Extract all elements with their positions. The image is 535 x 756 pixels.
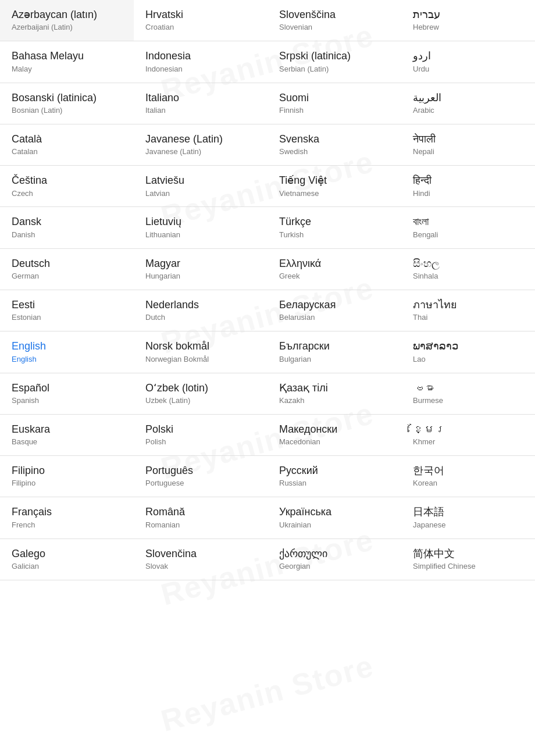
language-native-name: বাংলা: [413, 215, 526, 229]
language-english-name: Galician: [12, 562, 124, 572]
language-item[interactable]: SlovenčinaSlovak: [134, 539, 268, 580]
language-native-name: Deutsch: [12, 257, 124, 270]
language-native-name: Español: [12, 381, 124, 395]
language-english-name: Slovenian: [279, 23, 392, 33]
language-native-name: Қазақ тілі: [279, 381, 392, 395]
language-english-name: Javanese (Latin): [145, 147, 258, 157]
language-native-name: ภาษาไทย: [413, 298, 526, 312]
language-item[interactable]: ภาษาไทยThai: [401, 290, 535, 331]
language-english-name: Khmer: [413, 437, 526, 447]
language-item[interactable]: Norsk bokmålNorwegian Bokmål: [134, 331, 268, 373]
language-item[interactable]: БългарскиBulgarian: [268, 331, 401, 373]
language-item[interactable]: MagyarHungarian: [134, 249, 268, 290]
language-native-name: Македонски: [279, 423, 392, 436]
language-item[interactable]: 日本語Japanese: [401, 497, 535, 539]
language-item[interactable]: TürkçeTurkish: [268, 207, 401, 248]
language-item[interactable]: ဗမာBurmese: [401, 373, 535, 415]
language-item[interactable]: DeutschGerman: [0, 249, 134, 290]
language-item[interactable]: SvenskaSwedish: [268, 124, 401, 166]
language-native-name: Indonesia: [145, 49, 258, 63]
language-english-name: Hungarian: [145, 272, 258, 281]
language-item[interactable]: ພາສາລາວLao: [401, 331, 535, 373]
language-item[interactable]: EspañolSpanish: [0, 373, 134, 415]
language-english-name: Finnish: [279, 106, 392, 116]
language-item[interactable]: NederlandsDutch: [134, 290, 268, 331]
language-item[interactable]: العربيةArabic: [401, 83, 535, 124]
language-english-name: Basque: [12, 437, 124, 447]
language-native-name: Euskara: [12, 423, 124, 436]
language-native-name: Lietuvių: [145, 215, 258, 229]
language-item[interactable]: Қазақ тіліKazakh: [268, 373, 401, 415]
language-english-name: Estonian: [12, 313, 124, 323]
language-english-name: Norwegian Bokmål: [145, 355, 258, 365]
language-item[interactable]: HrvatskiCroatian: [134, 0, 268, 41]
language-item[interactable]: PortuguêsPortuguese: [134, 456, 268, 497]
language-item[interactable]: Srpski (latinica)Serbian (Latin): [268, 41, 401, 83]
language-item[interactable]: МакедонскиMacedonian: [268, 415, 401, 456]
language-english-name: Sinhala: [413, 272, 526, 281]
language-english-name: Hindi: [413, 189, 526, 199]
language-item[interactable]: বাংলাBengali: [401, 207, 535, 248]
language-item[interactable]: 한국어Korean: [401, 456, 535, 497]
language-english-name: Belarusian: [279, 313, 392, 323]
language-english-name: Romanian: [145, 520, 258, 530]
language-english-name: Swedish: [279, 147, 392, 157]
language-native-name: Galego: [12, 547, 124, 561]
language-item[interactable]: Bosanski (latinica)Bosnian (Latin): [0, 83, 134, 124]
language-item[interactable]: ខ្មែរKhmer: [401, 415, 535, 456]
language-item[interactable]: RomânăRomanian: [134, 497, 268, 539]
language-native-name: Magyar: [145, 257, 258, 270]
language-native-name: Azərbaycan (latın): [12, 8, 124, 22]
language-item[interactable]: CatalàCatalan: [0, 124, 134, 166]
language-item[interactable]: FrançaisFrench: [0, 497, 134, 539]
language-native-name: Українська: [279, 505, 392, 519]
language-native-name: Русский: [279, 464, 392, 477]
language-item[interactable]: 简体中文Simplified Chinese: [401, 539, 535, 580]
language-native-name: 한국어: [413, 464, 526, 477]
language-item[interactable]: हिन्दीHindi: [401, 166, 535, 207]
language-item[interactable]: FilipinoFilipino: [0, 456, 134, 497]
language-native-name: ဗမာ: [413, 381, 526, 395]
language-item[interactable]: Tiếng ViệtVietnamese: [268, 166, 401, 207]
language-item[interactable]: EestiEstonian: [0, 290, 134, 331]
language-english-name: Lao: [413, 355, 526, 365]
language-item[interactable]: БеларускаяBelarusian: [268, 290, 401, 331]
language-item[interactable]: ItalianoItalian: [134, 83, 268, 124]
language-native-name: සිංහල: [413, 257, 526, 270]
language-item[interactable]: Azərbaycan (latın)Azerbaijani (Latin): [0, 0, 134, 41]
language-native-name: Slovenčina: [145, 547, 258, 561]
language-item[interactable]: LatviešuLatvian: [134, 166, 268, 207]
language-item[interactable]: Bahasa MelayuMalay: [0, 41, 134, 83]
language-item[interactable]: ქართულიGeorgian: [268, 539, 401, 580]
language-item[interactable]: اردوUrdu: [401, 41, 535, 83]
language-item[interactable]: PolskiPolish: [134, 415, 268, 456]
language-item[interactable]: EnglishEnglish: [0, 331, 134, 373]
language-item[interactable]: ΕλληνικάGreek: [268, 249, 401, 290]
language-item[interactable]: עבריתHebrew: [401, 0, 535, 41]
language-item[interactable]: УкраїнськаUkrainian: [268, 497, 401, 539]
language-item[interactable]: SlovenščinaSlovenian: [268, 0, 401, 41]
language-item[interactable]: DanskDanish: [0, 207, 134, 248]
language-native-name: Română: [145, 505, 258, 519]
language-item[interactable]: LietuviųLithuanian: [134, 207, 268, 248]
language-native-name: Italiano: [145, 91, 258, 105]
language-item[interactable]: සිංහලSinhala: [401, 249, 535, 290]
language-item[interactable]: ČeštinaCzech: [0, 166, 134, 207]
language-english-name: Kazakh: [279, 396, 392, 406]
language-native-name: Norsk bokmål: [145, 340, 258, 353]
language-item[interactable]: Oʻzbek (lotin)Uzbek (Latin): [134, 373, 268, 415]
language-item[interactable]: РусскийRussian: [268, 456, 401, 497]
language-english-name: Dutch: [145, 313, 258, 323]
language-item[interactable]: GalegoGalician: [0, 539, 134, 580]
language-english-name: Greek: [279, 272, 392, 281]
language-english-name: French: [12, 520, 124, 530]
language-native-name: ພາສາລາວ: [413, 340, 526, 353]
language-native-name: Srpski (latinica): [279, 49, 392, 63]
language-item[interactable]: EuskaraBasque: [0, 415, 134, 456]
language-english-name: Czech: [12, 189, 124, 199]
language-native-name: 简体中文: [413, 547, 526, 561]
language-item[interactable]: SuomiFinnish: [268, 83, 401, 124]
language-item[interactable]: नेपालीNepali: [401, 124, 535, 166]
language-item[interactable]: Javanese (Latin)Javanese (Latin): [134, 124, 268, 166]
language-item[interactable]: IndonesiaIndonesian: [134, 41, 268, 83]
